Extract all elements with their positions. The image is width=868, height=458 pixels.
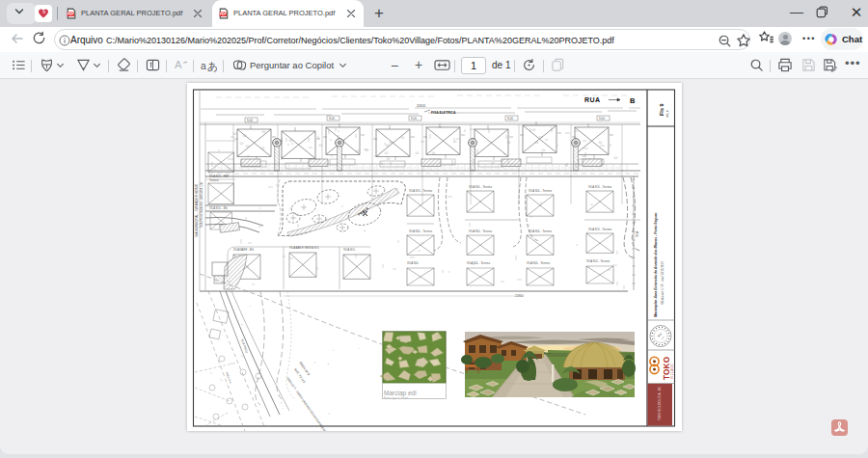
svg-text:VILA AAN E NEW A SOL: VILA AAN E NEW A SOL [289, 246, 319, 250]
svg-text:SB:doc:art nº 29 - civil 13/11: SB:doc:art nº 29 - civil 13/11/2019 [661, 261, 665, 305]
svg-text:VILA SUL - Terreno: VILA SUL - Terreno [469, 229, 492, 233]
svg-text:VILA GAFE - BG: VILA GAFE - BG [233, 248, 254, 252]
svg-text:ÁREA Nº 7 - MÁRIO URBANO CÉZAR: ÁREA Nº 7 - MÁRIO URBANO CÉZAR EMPREENDI… [285, 376, 340, 431]
svg-text:VILA SOL - Terreno: VILA SOL - Terreno [586, 259, 610, 263]
svg-text:VILA SOL - Terreno: VILA SOL - Terreno [588, 228, 612, 231]
svg-text:20X60: 20X60 [515, 294, 524, 298]
svg-text:VILA SOL - Terreno: VILA SOL - Terreno [588, 185, 612, 189]
svg-text:90 A: 90 A [636, 231, 639, 237]
svg-text:VILA SUL: VILA SUL [407, 261, 420, 265]
svg-text:20X05: 20X05 [417, 104, 425, 108]
svg-text:Masterplan Área Extensão da Av: Masterplan Área Extensão da Avenida dos … [653, 212, 658, 317]
svg-text:VILA SUL - Terreno: VILA SUL - Terreno [469, 185, 492, 189]
svg-text:FIXA ELETRICA: FIXA ELETRICA [431, 111, 456, 115]
svg-text:VILA SUL - Terreno: VILA SUL - Terreno [467, 261, 490, 265]
svg-text:9,00: 9,00 [411, 117, 417, 121]
svg-text:VILA SOL - Terreno: VILA SOL - Terreno [409, 189, 433, 193]
svg-text:VIA MUNICIPAL - GRANDES HOME: VIA MUNICIPAL - GRANDES HOME [195, 183, 199, 237]
svg-text:RUA: RUA [584, 96, 600, 103]
svg-text:VILLAGE: VILLAGE [670, 364, 674, 379]
svg-text:VILA SUL - Terreno: VILA SUL - Terreno [409, 229, 432, 233]
svg-text:mat_m: mat_m [665, 110, 669, 118]
svg-text:A: A [175, 59, 182, 70]
svg-text:PDF: PDF [220, 13, 227, 16]
svg-text:ÁREA Nº 5: ÁREA Nº 5 [225, 371, 232, 385]
svg-text:9,00: 9,00 [247, 119, 253, 122]
svg-text:a: a [201, 61, 206, 71]
svg-text:9,00: 9,00 [599, 117, 605, 121]
svg-text:VILA SUL - Terreno: VILA SUL - Terreno [529, 229, 552, 233]
svg-text:9,00: 9,00 [507, 117, 513, 121]
svg-text:RUA PROJETADA S/N - LARGURA 12: RUA PROJETADA S/N - LARGURA 12M [200, 182, 203, 228]
svg-text:Fls 9: Fls 9 [659, 103, 665, 116]
svg-text:-: - [637, 100, 638, 104]
svg-text:あ: あ [207, 61, 217, 72]
svg-text:VILA SUL - Terreno: VILA SUL - Terreno [529, 189, 552, 193]
svg-text:Pietra rigur. f. Travel: Pietra rigur. f. Travel [384, 396, 408, 400]
svg-text:PDF: PDF [68, 13, 74, 16]
svg-text:VILA SOL: VILA SOL [343, 248, 356, 252]
svg-text:9,00: 9,00 [329, 117, 335, 121]
svg-text:VILA SOL - BG: VILA SOL - BG [209, 206, 228, 210]
svg-text:TOKO SEGURO LTDA - ME: TOKO SEGURO LTDA - ME [658, 387, 662, 420]
svg-text:Terreno: Terreno [209, 178, 219, 182]
svg-text:B: B [630, 96, 636, 105]
svg-text:VILA SUL - Terreno: VILA SUL - Terreno [527, 261, 550, 265]
